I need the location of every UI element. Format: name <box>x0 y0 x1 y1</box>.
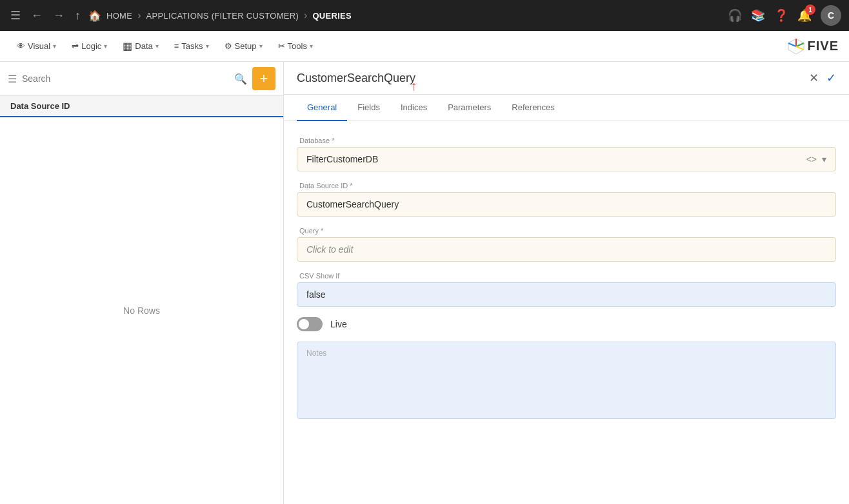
database-label: Database * <box>297 137 836 144</box>
filter-icon: ☰ <box>8 73 17 85</box>
help-icon[interactable]: ❓ <box>774 8 788 23</box>
setup-icon: ⚙ <box>225 41 232 51</box>
csv-field-group: CSV Show If false <box>297 272 836 307</box>
datasource-input[interactable]: CustomerSearchQuery <box>297 192 836 217</box>
toolbar-setup[interactable]: ⚙ Setup ▾ <box>218 37 269 55</box>
data-icon: ▦ <box>123 40 132 52</box>
tools-chevron: ▾ <box>310 43 313 50</box>
query-field-group: Query * Click to edit <box>297 227 836 262</box>
toolbar-tasks-label: Tasks <box>181 41 203 51</box>
notification-badge: 1 <box>805 5 815 15</box>
query-label: Query * <box>297 227 836 235</box>
red-arrow-annotation: ↑ <box>411 79 417 92</box>
logic-chevron: ▾ <box>104 43 107 50</box>
main-layout: ☰ 🔍 + Data Source ID No Rows CustomerSea… <box>0 62 849 504</box>
search-bar: ☰ 🔍 + <box>0 62 283 96</box>
toolbar-logic-label: Logic <box>81 41 101 51</box>
breadcrumb-sep-1: › <box>137 10 141 21</box>
search-icon[interactable]: 🔍 <box>234 73 247 85</box>
dropdown-icon[interactable]: ▾ <box>822 154 826 164</box>
five-logo-icon <box>787 37 805 55</box>
csv-value: false <box>306 289 326 300</box>
books-icon[interactable]: 📚 <box>751 8 765 23</box>
list-header: Data Source ID <box>0 96 283 117</box>
panel-title: CustomerSearchQuery <box>297 72 809 94</box>
tab-parameters[interactable]: Parameters <box>437 95 501 121</box>
right-panel: CustomerSearchQuery ✕ ✓ General Fields I… <box>284 62 849 504</box>
notes-input[interactable]: Notes <box>297 342 836 419</box>
tab-references[interactable]: References <box>501 95 564 121</box>
back-icon[interactable]: ← <box>28 6 45 25</box>
breadcrumb-sep-2: › <box>304 10 307 21</box>
notes-field-group: Notes <box>297 342 836 419</box>
svg-line-2 <box>796 43 804 46</box>
database-value: FilterCustomerDB <box>306 154 378 164</box>
live-toggle[interactable] <box>297 317 323 331</box>
notification-icon[interactable]: 🔔 1 <box>797 8 812 23</box>
toolbar-tools[interactable]: ✂ Tools ▾ <box>272 37 319 55</box>
query-input[interactable]: Click to edit <box>297 237 836 262</box>
query-value: Click to edit <box>306 244 353 255</box>
menu-icon[interactable]: ☰ <box>8 6 23 25</box>
add-button[interactable]: + <box>252 67 275 90</box>
database-input-icons: <> ▾ <box>806 154 826 164</box>
search-input[interactable] <box>22 73 229 84</box>
toolbar-tasks[interactable]: ≡ Tasks ▾ <box>168 37 215 55</box>
tab-fields[interactable]: Fields <box>347 95 390 121</box>
data-chevron: ▾ <box>155 43 159 50</box>
five-logo-text: FIVE <box>808 39 839 53</box>
code-icon[interactable]: <> <box>806 154 817 164</box>
toolbar-setup-label: Setup <box>235 41 257 51</box>
visual-chevron: ▾ <box>53 43 56 50</box>
left-panel: ☰ 🔍 + Data Source ID No Rows <box>0 62 284 504</box>
toolbar-data[interactable]: ▦ Data ▾ <box>116 36 165 56</box>
breadcrumb-home[interactable]: HOME <box>106 11 132 21</box>
toolbar-data-label: Data <box>135 41 152 51</box>
notes-label: Notes <box>306 349 326 358</box>
close-icon[interactable]: ✕ <box>809 71 819 85</box>
database-input[interactable]: FilterCustomerDB <> ▾ <box>297 147 836 171</box>
datasource-value: CustomerSearchQuery <box>306 199 399 209</box>
datasource-label: Data Source ID * <box>297 182 836 189</box>
up-icon[interactable]: ↑ <box>72 6 83 25</box>
tools-icon: ✂ <box>278 41 285 51</box>
breadcrumb-queries[interactable]: QUERIES <box>312 11 352 21</box>
toolbar-visual-label: Visual <box>28 41 50 51</box>
avatar[interactable]: C <box>821 5 841 26</box>
forward-icon[interactable]: → <box>50 6 67 25</box>
live-row: Live <box>297 317 836 331</box>
tab-general[interactable]: General <box>297 95 347 121</box>
headset-icon[interactable]: 🎧 <box>728 8 742 23</box>
toggle-knob <box>299 319 309 329</box>
svg-line-3 <box>788 43 796 46</box>
toolbar: 👁 Visual ▾ ⇌ Logic ▾ ▦ Data ▾ ≡ Tasks ▾ … <box>0 31 849 62</box>
live-label: Live <box>330 319 347 329</box>
five-logo: FIVE <box>787 37 839 55</box>
toolbar-tools-label: Tools <box>288 41 307 51</box>
tab-indices[interactable]: Indices ↑ <box>390 95 437 121</box>
svg-line-4 <box>796 46 804 50</box>
visual-icon: 👁 <box>17 41 25 51</box>
panel-header: CustomerSearchQuery ✕ ✓ <box>284 62 849 95</box>
tasks-chevron: ▾ <box>206 43 209 50</box>
tabs: General Fields Indices ↑ Parameters Refe… <box>284 95 849 121</box>
tasks-icon: ≡ <box>174 41 179 51</box>
confirm-icon[interactable]: ✓ <box>826 71 836 85</box>
top-nav: ☰ ← → ↑ 🏠 HOME › APPLICATIONS (FILTER CU… <box>0 0 849 31</box>
toolbar-visual[interactable]: 👁 Visual ▾ <box>10 37 63 55</box>
toolbar-logic[interactable]: ⇌ Logic ▾ <box>65 37 114 55</box>
setup-chevron: ▾ <box>259 43 263 50</box>
datasource-field-group: Data Source ID * CustomerSearchQuery <box>297 182 836 217</box>
top-nav-right: 🎧 📚 ❓ 🔔 1 C <box>728 5 841 26</box>
no-rows-message: No Rows <box>0 117 283 504</box>
breadcrumb: 🏠 HOME › APPLICATIONS (FILTER CUSTOMER) … <box>88 10 723 22</box>
panel-header-icons: ✕ ✓ <box>809 71 836 94</box>
home-icon: 🏠 <box>88 10 101 22</box>
csv-input[interactable]: false <box>297 282 836 307</box>
breadcrumb-applications[interactable]: APPLICATIONS (FILTER CUSTOMER) <box>146 11 299 21</box>
logic-icon: ⇌ <box>72 41 79 51</box>
form-content: Database * FilterCustomerDB <> ▾ Data So… <box>284 121 849 504</box>
csv-label: CSV Show If <box>297 272 836 280</box>
database-field-group: Database * FilterCustomerDB <> ▾ <box>297 137 836 171</box>
